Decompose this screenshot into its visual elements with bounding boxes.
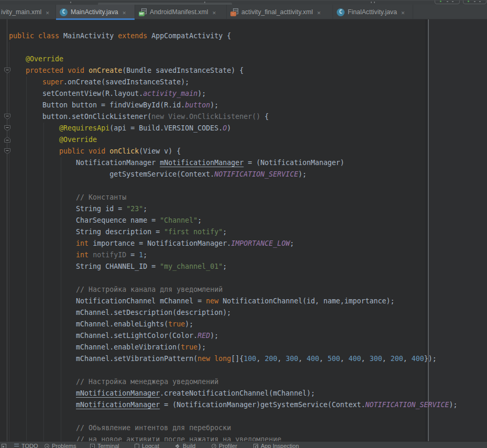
app-inspection-icon bbox=[253, 444, 258, 448]
tool-window-button-profiler[interactable]: Profiler bbox=[212, 442, 237, 448]
code-line[interactable] bbox=[9, 180, 458, 192]
close-tab-icon[interactable] bbox=[121, 7, 127, 17]
window-icon bbox=[2, 444, 6, 448]
code-line[interactable]: mNotificationManager = (NotificationMana… bbox=[9, 399, 458, 411]
code-line[interactable] bbox=[9, 365, 458, 376]
code-line[interactable]: // Обьявление интентов для переброски bbox=[9, 422, 458, 434]
code-line[interactable]: // Константы bbox=[9, 192, 458, 203]
run-toolbar-button-group[interactable] bbox=[463, 0, 486, 4]
tool-window-button-logcat[interactable]: Logcat bbox=[135, 442, 159, 448]
tool-window-button-problems[interactable]: Problems bbox=[45, 442, 76, 448]
code-line[interactable]: public class MainActivity extends AppCom… bbox=[9, 30, 458, 42]
tab-activity-main-xml[interactable]: ivity_main.xml bbox=[0, 5, 56, 19]
code-line[interactable]: @Override bbox=[9, 134, 458, 146]
toolbar-dot-icon bbox=[474, 1, 475, 2]
code-line[interactable] bbox=[9, 411, 458, 422]
close-tab-icon[interactable] bbox=[45, 7, 50, 17]
tool-window-button-build[interactable]: Build bbox=[175, 442, 195, 448]
toolbar-tick bbox=[204, 2, 205, 3]
tab-mainactivity-java[interactable]: MainActivity.java bbox=[56, 5, 135, 19]
tab-label: activity_final_acttivity.xml bbox=[241, 8, 313, 16]
tool-window-button-app-inspection[interactable]: App Inspection bbox=[253, 442, 299, 448]
code-line[interactable]: super.onCreate(savedInstanceState); bbox=[9, 77, 458, 88]
code-line[interactable]: mChannel.enableVibration(true); bbox=[9, 342, 458, 353]
code-line[interactable]: mChannel.enableLights(true); bbox=[9, 319, 458, 330]
close-tab-icon[interactable] bbox=[400, 7, 406, 17]
java-class-icon bbox=[60, 8, 68, 16]
code-line[interactable]: protected void onCreate(Bundle savedInst… bbox=[9, 65, 458, 77]
toolbar-tick bbox=[70, 2, 71, 3]
code-line[interactable]: Button button = findViewById(R.id.button… bbox=[9, 100, 458, 111]
toolbar-dot-icon bbox=[452, 1, 453, 2]
tool-window-button-todo[interactable]: TODO bbox=[14, 442, 38, 448]
layout-xml-file-icon: ·· bbox=[230, 8, 238, 16]
device-toolbar-button-group[interactable] bbox=[435, 0, 460, 4]
tool-window-bar: TODO Problems Terminal Logcat Build Prof… bbox=[0, 441, 487, 448]
code-editor[interactable]: public class MainActivity extends AppCom… bbox=[0, 19, 487, 441]
active-tab-underline bbox=[56, 18, 135, 20]
code-line[interactable]: int notifyID = 1; bbox=[9, 249, 458, 261]
run-configuration-combo[interactable] bbox=[98, 3, 232, 5]
code-line[interactable]: public void onClick(View v) { bbox=[9, 146, 458, 157]
code-line[interactable]: @RequiresApi(api = Build.VERSION_CODES.O… bbox=[9, 123, 458, 134]
code-line[interactable]: mNotificationManager.createNotificationC… bbox=[9, 388, 458, 399]
toolbar-dot-icon bbox=[479, 1, 481, 2]
android-studio-window: ivity_main.xml MainActivity.java MF Andr… bbox=[0, 0, 487, 448]
editor-tab-bar: ivity_main.xml MainActivity.java MF Andr… bbox=[0, 5, 487, 19]
tab-label: AndroidManifest.xml bbox=[150, 8, 208, 16]
tool-window-button-terminal[interactable]: Terminal bbox=[90, 442, 119, 448]
code-line[interactable]: NotificationChannel mChannel = new Notif… bbox=[9, 296, 458, 307]
status-dot-icon bbox=[440, 1, 441, 2]
tool-window-stripe-button[interactable] bbox=[2, 442, 6, 448]
tab-label: ivity_main.xml bbox=[1, 8, 41, 16]
code-line[interactable]: setContentView(R.layout.activity_main); bbox=[9, 88, 458, 100]
terminal-icon bbox=[90, 444, 95, 448]
main-toolbar-strip bbox=[0, 0, 487, 5]
tab-activity-final-acttivity-xml[interactable]: ·· activity_final_acttivity.xml bbox=[227, 5, 333, 19]
code-line[interactable] bbox=[9, 42, 458, 53]
code-line[interactable]: // Настройка менеджера уведомлений bbox=[9, 376, 458, 388]
todo-icon bbox=[14, 444, 19, 448]
toolbar-tick bbox=[371, 2, 372, 3]
close-tab-icon[interactable] bbox=[211, 7, 217, 17]
code-line[interactable]: // на новое активити после нажатия на ув… bbox=[9, 434, 458, 441]
profiler-icon bbox=[212, 444, 216, 448]
code-line[interactable]: mChannel.setLightColor(Color.RED); bbox=[9, 330, 458, 342]
code-line[interactable]: // Настройка канала для уведомлений bbox=[9, 284, 458, 296]
toolbar-tick bbox=[374, 2, 375, 3]
code-line[interactable]: String CHANNEL_ID = "my_channel_01"; bbox=[9, 261, 458, 272]
code-line[interactable]: CharSequence name = "Channel"; bbox=[9, 215, 458, 226]
code-line[interactable]: int importance = NotificationManager.IMP… bbox=[9, 238, 458, 249]
java-class-icon bbox=[337, 8, 345, 16]
code-line[interactable]: mChannel.setDescription(description); bbox=[9, 307, 458, 319]
code-text-area: public class MainActivity extends AppCom… bbox=[9, 30, 458, 441]
logcat-icon bbox=[135, 444, 139, 448]
tab-label: MainActivity.java bbox=[71, 8, 118, 16]
code-line[interactable]: @Override bbox=[9, 53, 458, 65]
code-line[interactable] bbox=[9, 272, 458, 284]
code-line[interactable]: mChannel.setVibrationPattern(new long[]{… bbox=[9, 353, 458, 365]
close-tab-icon[interactable] bbox=[316, 7, 322, 17]
code-line[interactable]: button.setOnClickListener(new View.OnCli… bbox=[9, 111, 458, 123]
gutter-scope-line bbox=[7, 19, 7, 441]
build-hammer-icon bbox=[175, 444, 180, 448]
manifest-file-icon: MF bbox=[139, 8, 147, 16]
toolbar-dot-icon bbox=[447, 1, 448, 2]
run-dot-icon bbox=[468, 1, 469, 2]
code-line[interactable]: NotificationManager mNotificationManager… bbox=[9, 157, 458, 169]
tab-label: FinalActtivity.java bbox=[348, 8, 397, 16]
tab-androidmanifest-xml[interactable]: MF AndroidManifest.xml bbox=[135, 5, 227, 19]
problems-icon bbox=[45, 444, 49, 448]
code-line[interactable]: getSystemService(Context.NOTIFICATION_SE… bbox=[9, 169, 458, 180]
tab-finalacttivity-java[interactable]: FinalActtivity.java bbox=[333, 5, 413, 19]
code-line[interactable]: String description = "first notify"; bbox=[9, 226, 458, 238]
code-line[interactable]: String id = "23"; bbox=[9, 203, 458, 215]
